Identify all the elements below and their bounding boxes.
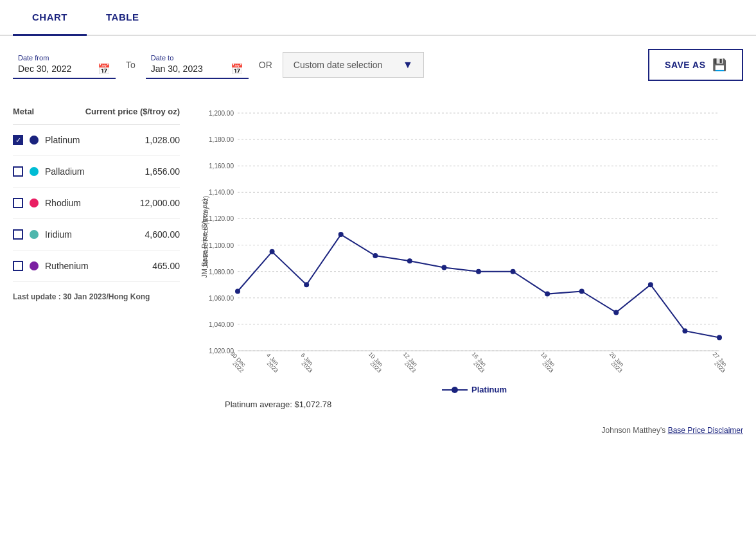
date-from-field[interactable]: Date from Dec 30, 2022 📅 (13, 51, 116, 79)
custom-date-label: Custom date selection (294, 60, 383, 70)
last-update: Last update : 30 Jan 2023/Hong Kong (13, 282, 180, 304)
date-to-label: Date to (151, 54, 243, 62)
chart-area: JM Base Price ($/troy oz) 1,020.001,040.… (193, 100, 756, 409)
custom-date-select[interactable]: Custom date selection ▼ (283, 52, 424, 78)
price-palladium: 1,656.00 (145, 166, 180, 177)
metal-row-ruthenium: Ruthenium 465.00 (13, 251, 180, 282)
date-from-label: Date from (18, 54, 110, 62)
checkbox-ruthenium[interactable] (13, 261, 23, 271)
svg-point-20 (235, 289, 240, 294)
svg-text:1,180.00: 1,180.00 (209, 136, 234, 143)
metal-row-iridium: Iridium 4,600.00 (13, 219, 180, 251)
svg-text:1,080.00: 1,080.00 (209, 269, 234, 276)
chevron-down-icon: ▼ (403, 59, 413, 71)
tab-chart[interactable]: CHART (13, 0, 87, 36)
platinum-chart: JM Base Price ($/troy oz) 1,020.001,040.… (199, 100, 726, 376)
svg-point-25 (407, 258, 412, 263)
date-from-value: Dec 30, 2022 (18, 64, 71, 74)
svg-point-34 (717, 335, 722, 340)
or-label: OR (259, 60, 272, 70)
jm-text: Johnson Matthey's (602, 426, 666, 435)
svg-text:1,160.00: 1,160.00 (209, 163, 234, 170)
svg-text:1,040.00: 1,040.00 (209, 321, 234, 328)
name-palladium: Palladium (45, 166, 139, 177)
svg-point-29 (545, 292, 550, 297)
svg-point-24 (373, 253, 378, 258)
price-iridium: 4,600.00 (145, 229, 180, 240)
svg-point-23 (338, 232, 344, 237)
disclaimer: Johnson Matthey's Base Price Disclaimer (0, 416, 756, 440)
name-rhodium: Rhodium (45, 198, 134, 208)
svg-point-26 (441, 265, 446, 270)
avg-value: $1,072.78 (294, 400, 331, 409)
tabs-container: CHART TABLE (0, 0, 756, 36)
checkbox-palladium[interactable] (13, 166, 23, 177)
svg-text:1,120.00: 1,120.00 (209, 215, 234, 222)
checkbox-platinum[interactable] (13, 135, 23, 145)
svg-text:1,060.00: 1,060.00 (209, 295, 234, 302)
toolbar: Date from Dec 30, 2022 📅 To Date to Jan … (0, 36, 756, 94)
svg-point-33 (682, 328, 687, 333)
calendar-to-icon[interactable]: 📅 (231, 63, 243, 75)
svg-text:1,200.00: 1,200.00 (209, 110, 234, 117)
col-price-header: Current price ($/troy oz) (85, 107, 180, 116)
svg-text:JM Base Price ($/troy oz): JM Base Price ($/troy oz) (202, 196, 209, 268)
sidebar: Metal Current price ($/troy oz) Platinum… (0, 100, 193, 409)
svg-text:1,100.00: 1,100.00 (209, 242, 234, 249)
svg-point-31 (613, 310, 619, 315)
svg-point-30 (579, 289, 585, 294)
save-icon: 💾 (712, 58, 727, 72)
save-as-button[interactable]: SAVE AS 💾 (648, 49, 743, 81)
last-update-label: Last update : (13, 292, 61, 301)
main-content: Metal Current price ($/troy oz) Platinum… (0, 94, 756, 416)
dot-ruthenium (30, 261, 39, 270)
price-platinum: 1,028.00 (145, 135, 180, 145)
col-metal-header: Metal (13, 107, 34, 116)
metal-row-platinum: Platinum 1,028.00 (13, 125, 180, 156)
name-iridium: Iridium (45, 229, 139, 240)
price-rhodium: 12,000.00 (140, 198, 180, 208)
sidebar-header: Metal Current price ($/troy oz) (13, 107, 180, 125)
dot-palladium (30, 167, 39, 176)
date-to-value: Jan 30, 2023 (151, 64, 203, 74)
svg-point-27 (476, 269, 481, 274)
price-ruthenium: 465.00 (152, 261, 180, 271)
svg-text:1,140.00: 1,140.00 (209, 189, 234, 196)
svg-point-32 (648, 282, 653, 287)
dot-rhodium (30, 198, 39, 207)
checkbox-rhodium[interactable] (13, 198, 23, 208)
name-ruthenium: Ruthenium (45, 261, 146, 271)
avg-label: Platinum average: (225, 400, 292, 409)
name-platinum: Platinum (45, 135, 139, 145)
date-to-field[interactable]: Date to Jan 30, 2023 📅 (146, 51, 249, 79)
calendar-from-icon[interactable]: 📅 (98, 63, 110, 75)
platinum-average: Platinum average: $1,072.78 (199, 394, 750, 409)
svg-point-22 (304, 282, 309, 287)
to-label: To (126, 60, 136, 70)
svg-point-21 (270, 249, 275, 254)
dot-iridium (30, 230, 39, 239)
chart-legend: Platinum (199, 385, 750, 394)
save-label: SAVE AS (665, 60, 705, 70)
dot-platinum (30, 136, 39, 145)
tab-table[interactable]: TABLE (87, 0, 158, 36)
legend-platinum-label: Platinum (471, 385, 507, 394)
svg-point-28 (511, 269, 516, 274)
metal-row-palladium: Palladium 1,656.00 (13, 156, 180, 188)
last-update-location: /Hong Kong (106, 292, 150, 301)
checkbox-iridium[interactable] (13, 229, 23, 240)
disclaimer-link[interactable]: Base Price Disclaimer (668, 426, 743, 435)
metal-list: Platinum 1,028.00 Palladium 1,656.00 Rho… (13, 125, 180, 282)
metal-row-rhodium: Rhodium 12,000.00 (13, 188, 180, 219)
last-update-value: 30 Jan 2023 (63, 292, 106, 301)
